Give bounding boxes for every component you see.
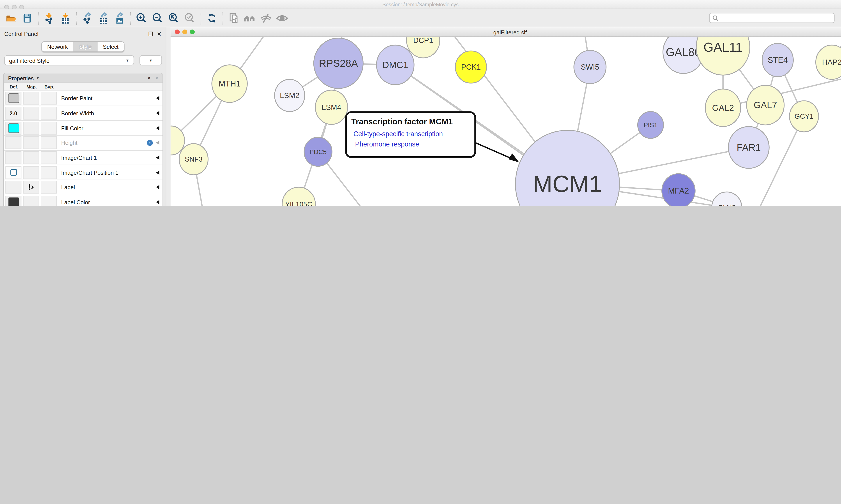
byp-cell[interactable] xyxy=(41,122,57,134)
home-views-button[interactable] xyxy=(242,11,258,25)
def-cell[interactable] xyxy=(5,181,21,194)
svg-text:GAL7: GAL7 xyxy=(754,100,777,110)
import-table-button[interactable] xyxy=(57,11,73,25)
tab-select[interactable]: Select xyxy=(97,42,124,51)
map-cell[interactable] xyxy=(23,196,39,206)
style-options-button[interactable]: ▼ xyxy=(140,55,162,66)
map-cell[interactable] xyxy=(23,107,39,120)
float-panel-icon[interactable]: ❐ xyxy=(148,31,153,37)
node-GAL2[interactable]: GAL2 xyxy=(705,89,741,127)
expand-row-icon[interactable] xyxy=(156,111,159,115)
property-row[interactable]: Border Paint xyxy=(4,91,162,106)
expand-row-icon[interactable] xyxy=(156,200,159,204)
export-network-button[interactable] xyxy=(79,11,95,25)
map-cell[interactable] xyxy=(23,151,39,164)
expand-row-icon[interactable] xyxy=(156,96,159,101)
show-view-button[interactable] xyxy=(274,11,290,25)
expand-row-icon[interactable] xyxy=(156,126,159,130)
map-cell[interactable] xyxy=(23,166,39,179)
info-icon[interactable]: i xyxy=(147,140,153,146)
property-row[interactable]: Label Color xyxy=(4,195,162,206)
property-row[interactable]: Image/Chart Position 1 xyxy=(4,165,162,180)
property-row[interactable]: 2.0Border Width xyxy=(4,106,162,121)
node-MTH1[interactable]: MTH1 xyxy=(212,65,247,102)
def-cell[interactable] xyxy=(5,92,21,105)
byp-cell[interactable] xyxy=(41,107,57,120)
node-GCY1[interactable]: GCY1 xyxy=(789,101,819,132)
node-LSM2[interactable]: LSM2 xyxy=(275,79,305,111)
network-edge[interactable] xyxy=(318,152,417,206)
node-STE4[interactable]: STE4 xyxy=(762,43,793,77)
node-GAL7[interactable]: GAL7 xyxy=(747,85,784,125)
node-CLN3[interactable]: CLN3 xyxy=(712,192,742,206)
property-row[interactable]: Heighti xyxy=(4,136,162,151)
node-PIS1[interactable]: PIS1 xyxy=(638,111,664,138)
node-HAP2[interactable]: HAP2 xyxy=(816,45,841,79)
svg-text:RPS28A: RPS28A xyxy=(319,58,358,69)
node-LSM4[interactable]: LSM4 xyxy=(315,90,347,124)
save-session-button[interactable] xyxy=(19,11,35,25)
node-SWI5[interactable]: SWI5 xyxy=(574,50,606,84)
def-cell[interactable] xyxy=(5,122,21,134)
zoom-in-button[interactable] xyxy=(133,11,149,25)
node-PDC5[interactable]: PDC5 xyxy=(304,137,332,166)
expand-row-icon[interactable] xyxy=(156,156,159,160)
duplicate-network-button[interactable] xyxy=(226,11,242,25)
property-row[interactable]: Label xyxy=(4,180,162,195)
node-FAR1[interactable]: FAR1 xyxy=(729,127,769,168)
expand-row-icon[interactable] xyxy=(156,170,159,175)
network-canvas[interactable]: DCP1MTH1LSM2RPS28ADMC1PCK1SWI5GAL80GAL11… xyxy=(171,37,841,206)
node-MCM1[interactable]: MCM1 xyxy=(515,130,619,206)
def-cell[interactable] xyxy=(5,196,21,206)
property-row[interactable]: Image/Chart 1 xyxy=(4,151,162,165)
def-cell[interactable] xyxy=(5,166,21,179)
annotation-link-2[interactable]: Pheromone response xyxy=(355,140,419,148)
network-window-titlebar[interactable]: galFiltered.sif xyxy=(171,28,841,37)
refresh-button[interactable] xyxy=(204,11,220,25)
byp-cell[interactable] xyxy=(41,166,57,179)
property-row[interactable]: Fill Color xyxy=(4,121,162,136)
def-cell[interactable] xyxy=(5,137,21,149)
properties-header-label[interactable]: Properties xyxy=(8,75,34,81)
expand-row-icon[interactable] xyxy=(156,141,159,145)
zoom-fit-button[interactable] xyxy=(166,11,182,25)
byp-cell[interactable] xyxy=(41,151,57,164)
annotation-box[interactable]: Transcription factor MCM1Cell-type-speci… xyxy=(346,112,519,162)
def-cell[interactable]: 2.0 xyxy=(5,107,21,120)
map-cell[interactable] xyxy=(23,122,39,134)
tab-network[interactable]: Network xyxy=(42,42,73,51)
expand-row-icon[interactable] xyxy=(156,185,159,190)
zoom-selected-button[interactable] xyxy=(182,11,198,25)
open-session-button[interactable] xyxy=(3,11,19,25)
expand-all-icon[interactable]: » xyxy=(146,77,153,80)
search-field[interactable] xyxy=(709,13,835,23)
node-YIL105C[interactable]: YIL105C xyxy=(282,187,315,206)
close-panel-icon[interactable]: ✕ xyxy=(157,31,162,37)
map-cell[interactable] xyxy=(23,92,39,105)
def-cell[interactable] xyxy=(5,151,21,164)
byp-cell[interactable] xyxy=(41,92,57,105)
node-DMC1[interactable]: DMC1 xyxy=(376,45,414,85)
style-selector[interactable]: galFiltered Style▼ xyxy=(4,55,134,66)
map-cell[interactable] xyxy=(23,181,39,194)
property-label: Image/Chart 1 xyxy=(61,155,97,161)
collapse-all-icon[interactable]: » xyxy=(154,77,160,80)
import-network-button[interactable] xyxy=(41,11,57,25)
export-network-icon xyxy=(82,12,93,24)
annotation-link-1[interactable]: Cell-type-specific transcription xyxy=(354,130,443,138)
node-GAL11[interactable]: GAL11 xyxy=(696,37,750,75)
node-RPS28A[interactable]: RPS28A xyxy=(314,38,363,88)
hide-view-button[interactable] xyxy=(258,11,274,25)
export-table-button[interactable] xyxy=(95,11,111,25)
byp-cell[interactable] xyxy=(41,137,57,149)
export-image-button[interactable] xyxy=(111,11,127,25)
byp-cell[interactable] xyxy=(41,181,57,194)
byp-cell[interactable] xyxy=(41,196,57,206)
map-cell[interactable] xyxy=(23,137,39,149)
zoom-out-button[interactable] xyxy=(149,11,165,25)
node-SNF3[interactable]: SNF3 xyxy=(179,144,208,175)
node-PCK1[interactable]: PCK1 xyxy=(455,51,486,83)
search-input[interactable] xyxy=(719,15,826,21)
node-MFA2[interactable]: MFA2 xyxy=(662,174,695,206)
tab-style[interactable]: Style xyxy=(73,42,97,51)
